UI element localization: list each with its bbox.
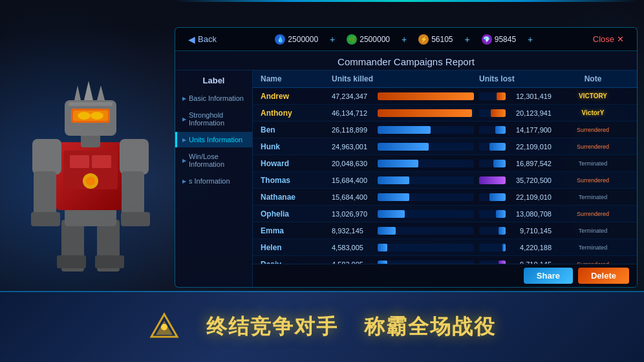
lost-bar-fill [496,210,506,218]
col-note-header: Note [554,70,632,87]
svg-rect-11 [32,139,61,175]
cell-name: Ophelia [258,208,329,220]
sidebar-item-stronghold[interactable]: Stronghold Information [175,107,252,131]
lost-value: 9,710,145 [510,227,552,235]
cell-name: Thomas [258,174,329,187]
resource-purple: 💎 95845 [482,34,516,45]
lost-bar-bg [479,176,506,184]
table-row: Helen 4,583,005 4,220,188 Terminated [253,239,637,256]
svg-rect-3 [95,255,124,268]
svg-rect-8 [92,155,111,168]
cell-note: Surrendered [554,176,632,185]
killed-bar-fill [378,193,409,201]
cell-killed: 4,583,005 [329,259,477,264]
col-name-header: Name [258,70,329,87]
cell-note: Terminated [554,193,632,202]
table-body: Andrew 47,234,347 12,301,419 VICTORY Ant… [253,88,637,264]
killed-value: 4,583,005 [332,244,374,251]
lost-bar-fill [502,244,506,251]
resource-yellow-value: 56105 [431,35,453,44]
lost-bar-bg [479,193,506,201]
lost-value: 35,720,500 [510,176,552,184]
cell-killed: 4,583,005 [329,242,477,253]
share-button[interactable]: Share [524,268,573,284]
cell-note: Terminated [554,159,632,168]
cell-lost: 9,710,145 [477,259,554,264]
lost-bar-bg [479,109,506,117]
sidebar-stronghold-label: Stronghold Information [189,111,247,127]
table-row: Emma 8,932,145 9,710,145 Terminated [253,222,637,239]
lost-bar-bg [479,244,506,251]
close-icon: ✕ [617,34,624,44]
cell-name: Anthony [258,107,329,120]
cell-killed: 8,932,145 [329,226,477,236]
close-button[interactable]: Close ✕ [588,32,629,47]
resource-purple-value: 95845 [495,35,516,44]
cell-name: Howard [258,157,329,170]
top-bar: ◀ Back 💧 2500000 + 🌿 2500000 + ⚡ 56105 +… [175,28,637,51]
table-row: Ophelia 13,026,970 13,080,708 Surrendere… [253,206,637,222]
bottom-text-1: 终结竞争对手 [206,313,338,341]
sidebar-item-winlose[interactable]: Win/Lose Information [175,149,252,172]
bottom-buttons: Share Delete [253,264,637,287]
lost-value: 20,123,941 [510,109,552,117]
killed-bar-fill [378,176,409,184]
lost-bar-bg [479,210,506,218]
sidebar-info5-label: s Information [189,177,230,185]
lost-bar-fill [489,143,506,151]
sidebar-item-basic[interactable]: Basic Information [175,90,252,106]
cell-killed: 15,684,400 [329,192,477,202]
killed-value: 26,118,899 [332,126,374,134]
table-row: Andrew 47,234,347 12,301,419 VICTORY [253,88,637,105]
cell-note: Surrendered [554,125,632,134]
sidebar-item-info5[interactable]: s Information [175,173,252,189]
cell-killed: 24,963,001 [329,142,477,152]
cell-name: Nathanae [258,191,329,204]
killed-value: 8,932,145 [332,227,374,235]
cell-killed: 13,026,970 [329,209,477,219]
killed-bar-fill [378,126,431,134]
delete-button[interactable]: Delete [578,268,629,284]
cell-note: Terminated [554,243,632,252]
killed-bar-fill [378,143,429,151]
sidebar-item-units[interactable]: Units Information [175,132,252,147]
killed-value: 47,234,347 [332,92,374,100]
left-sidebar: Label Basic Information Stronghold Infor… [175,70,253,287]
res-plus-1[interactable]: + [330,34,335,45]
svg-rect-13 [34,171,56,217]
lost-bar-bg [479,160,506,167]
resource-blue: 💧 2500000 [275,34,318,45]
table-row: Nathanae 15,684,400 22,109,010 Terminate… [253,189,637,206]
killed-bar-bg [378,227,474,235]
lost-value: 4,220,188 [510,244,552,251]
back-button[interactable]: ◀ Back [183,32,222,47]
cell-name: Helen [258,241,329,254]
res-plus-4[interactable]: + [528,34,533,45]
table-area: Name Units killed Units lost Note Andrew… [253,70,637,287]
res-plus-2[interactable]: + [402,34,407,45]
cell-note: VictorY [554,108,632,118]
sidebar-basic-label: Basic Information [189,94,244,102]
svg-rect-16 [121,212,150,226]
cell-lost: 22,109,010 [477,192,554,202]
back-arrow-icon: ◀ [188,34,195,45]
cell-name: Ben [258,123,329,136]
killed-value: 20,048,630 [332,160,374,167]
resource-green-icon: 🌿 [347,34,357,45]
resources-bar: 💧 2500000 + 🌿 2500000 + ⚡ 56105 + 💎 9584… [222,34,588,45]
cell-lost: 12,301,419 [477,91,554,101]
resource-blue-value: 2500000 [288,35,318,44]
res-plus-3[interactable]: + [465,34,470,45]
lost-value: 13,080,708 [510,210,552,218]
table-header: Name Units killed Units lost Note [253,70,637,88]
table-row: Thomas 15,684,400 35,720,500 Surrendered [253,172,637,189]
back-label: Back [198,34,217,44]
close-label: Close [593,34,614,44]
svg-point-25 [91,112,103,120]
bottom-text-2: 称霸全场战役 [364,313,496,341]
data-table: Name Units killed Units lost Note Andrew… [253,70,637,264]
svg-point-29 [161,324,167,330]
col-lost-header: Units lost [477,70,554,87]
killed-bar-fill [378,210,405,218]
cell-name: Dasiy [258,258,329,264]
